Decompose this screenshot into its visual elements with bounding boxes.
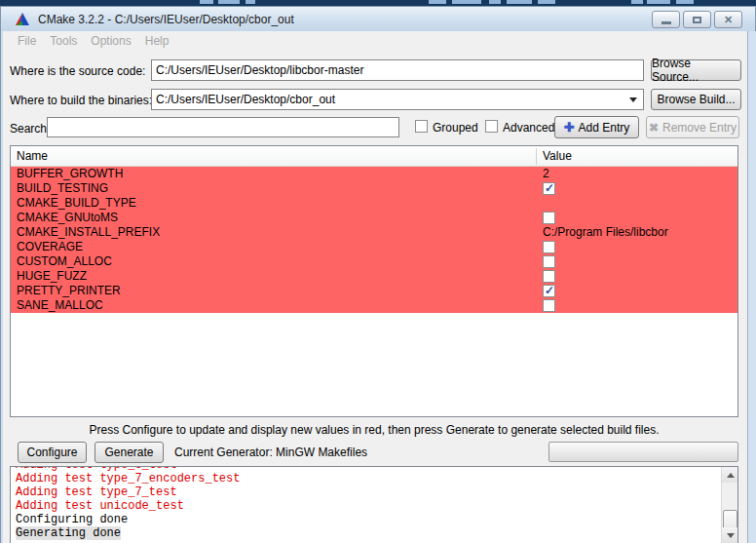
remove-entry-button: ✖ Remove Entry [646,116,739,138]
cache-name-cell: CMAKE_INSTALL_PREFIX [17,225,160,240]
advanced-checkbox[interactable] [485,120,498,133]
cache-name-cell: BUILD_TESTING [17,181,108,196]
output-log[interactable]: Adding test type_6_testAdding test type_… [10,466,738,543]
value-checkbox[interactable] [543,270,555,283]
browse-source-button[interactable]: Browse Source... [651,59,741,81]
log-line: Adding test unicode_test [16,499,718,513]
title-bar[interactable]: CMake 3.2.2 - C:/Users/IEUser/Desktop/cb… [0,6,756,31]
cache-value-cell[interactable]: 2 [543,167,549,181]
combo-dropdown-icon[interactable] [629,97,637,102]
table-row[interactable]: CUSTOM_ALLOC [11,254,737,269]
menu-file[interactable]: File [11,33,43,49]
cache-name-cell: COVERAGE [17,240,83,254]
value-checkbox[interactable] [543,182,555,195]
table-row[interactable]: COVERAGE [11,240,737,254]
table-row[interactable]: CMAKE_INSTALL_PREFIX C:/Program Files/li… [11,225,737,240]
cache-name-cell: PRETTY_PRINTER [17,284,121,298]
source-code-input[interactable] [151,59,644,81]
log-scrollbar[interactable] [721,467,737,543]
log-line: Adding test type_7_encoders_test [16,472,718,485]
log-line: Adding test type_7_test [16,485,718,499]
cmake-window: CMake 3.2.2 - C:/Users/IEUser/Desktop/cb… [0,0,756,543]
search-input[interactable] [47,117,399,137]
window-frame-left [0,31,3,543]
scroll-down-icon [727,533,735,538]
value-checkbox[interactable] [543,212,555,224]
grouped-label[interactable]: Grouped [433,121,478,135]
cache-name-cell: CUSTOM_ALLOC [17,254,112,269]
cache-name-cell: CMAKE_GNUtoMS [17,211,118,225]
browse-build-button[interactable]: Browse Build... [651,89,741,110]
menu-options[interactable]: Options [84,33,137,49]
cache-name-cell: HUGE_FUZZ [17,269,87,284]
add-plus-icon: ✚ [564,121,575,134]
minimize-button[interactable] [652,11,680,28]
window-title: CMake 3.2.2 - C:/Users/IEUser/Desktop/cb… [38,13,294,26]
table-row[interactable]: BUILD_TESTING [11,181,737,196]
menu-bar: FileToolsOptionsHelp [3,31,747,50]
menu-help[interactable]: Help [138,33,176,49]
log-line: Configuring done [16,513,718,526]
cache-table-header[interactable]: Name Value [11,146,737,167]
value-checkbox[interactable] [543,299,555,312]
cache-table: Name Value BUFFER_GROWTH 2 BUILD_TESTING… [10,145,738,417]
value-checkbox[interactable] [543,285,555,297]
value-checkbox[interactable] [543,255,555,268]
build-dir-label: Where to build the binaries: [10,94,152,107]
table-row[interactable]: PRETTY_PRINTER [11,284,737,298]
cache-name-cell: BUFFER_GROWTH [17,167,123,181]
cmake-logo-icon [15,12,30,27]
window-frame-right [747,31,756,543]
value-checkbox[interactable] [543,241,555,253]
table-row[interactable]: CMAKE_GNUtoMS [11,211,737,225]
add-entry-button[interactable]: ✚ Add Entry [554,116,639,138]
column-divider[interactable] [536,148,537,165]
generate-button[interactable]: Generate [94,442,164,463]
table-row[interactable]: HUGE_FUZZ [11,269,737,284]
scroll-down-button[interactable] [722,527,738,543]
log-line: Generating done [16,526,718,540]
cache-value-cell[interactable]: C:/Program Files/libcbor [543,225,668,240]
configure-button[interactable]: Configure [18,442,87,463]
source-code-label: Where is the source code: [10,64,145,78]
grouped-checkbox[interactable] [415,120,428,133]
menu-tools[interactable]: Tools [43,33,84,49]
progress-bar [548,442,738,462]
table-row[interactable]: CMAKE_BUILD_TYPE [11,196,737,211]
table-row[interactable]: BUFFER_GROWTH 2 [11,167,737,181]
scroll-up-button[interactable] [722,467,738,483]
current-generator-label: Current Generator: MinGW Makefiles [174,446,367,459]
build-dir-combobox[interactable]: C:/Users/IEUser/Desktop/cbor_out [151,89,644,110]
maximize-button[interactable] [683,11,711,28]
maximize-icon [693,17,701,23]
cache-name-cell: SANE_MALLOC [17,298,103,313]
scroll-up-icon [727,473,735,478]
advanced-label[interactable]: Advanced [503,121,554,135]
remove-x-icon: ✖ [649,122,659,134]
search-label: Search: [10,122,50,136]
close-icon: ✕ [724,15,733,25]
close-button[interactable]: ✕ [714,11,742,28]
table-row[interactable]: SANE_MALLOC [11,298,737,313]
column-header-value[interactable]: Value [543,149,572,163]
cache-name-cell: CMAKE_BUILD_TYPE [17,196,136,211]
configure-note: Press Configure to update and display ne… [0,423,748,437]
minimize-icon [662,21,671,24]
column-header-name[interactable]: Name [17,149,48,163]
